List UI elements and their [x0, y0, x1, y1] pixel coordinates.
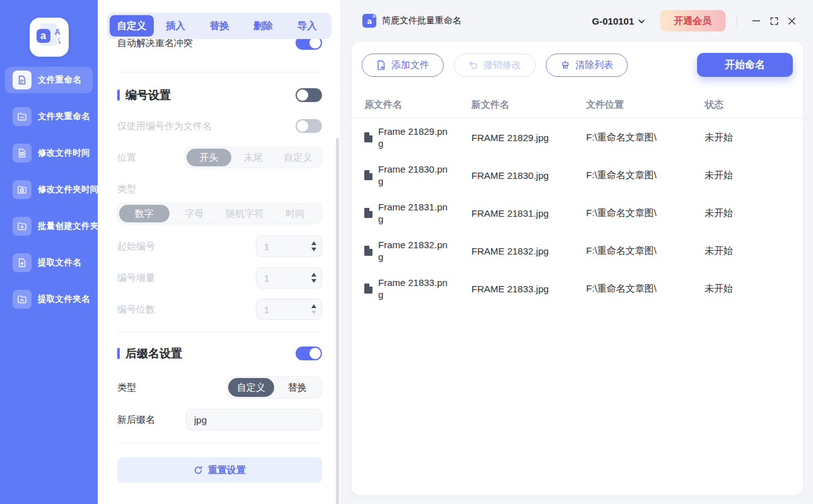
stepper-down-icon[interactable]	[311, 248, 316, 251]
main-area: aA 简鹿文件批量重命名 G-010101 开通会员	[340, 0, 813, 504]
reset-settings-button[interactable]: 重置设置	[117, 457, 322, 483]
sidebar-item-extract-file[interactable]: 提取文件名	[5, 249, 93, 276]
table-body: Frame 21829.pngFRAME 21829.jpgF:\重命名文章图\…	[352, 118, 803, 307]
file-list-card: 添加文件 撤销修改 清除列表 开始命名 原文件名新文件名文件位置状态 Frame…	[352, 42, 803, 495]
tab-custom[interactable]: 自定义	[110, 15, 154, 37]
logo-arrow-icon: ⤵	[55, 36, 62, 45]
status-label: 未开始	[705, 207, 803, 219]
settings-scrollbar[interactable]	[336, 138, 339, 504]
status-label: 未开始	[705, 169, 803, 181]
stepper-down-icon[interactable]	[311, 279, 316, 283]
new-filename: FRAME 21829.jpg	[471, 132, 586, 143]
tab-insert[interactable]: 插入	[154, 15, 198, 37]
undo-label: 撤销修改	[483, 59, 521, 71]
doc-file-icon	[364, 170, 372, 180]
vip-upgrade-button[interactable]: 开通会员	[660, 10, 725, 32]
stepper-up-icon[interactable]	[311, 241, 316, 245]
suffix-type-option[interactable]: 自定义	[228, 378, 274, 397]
table-row[interactable]: Frame 21830.pngFRAME 21830.jpgF:\重命名文章图\…	[352, 156, 803, 194]
position-option[interactable]: 开头	[187, 149, 231, 166]
sidebar-item-label: 文件夹重命名	[38, 111, 90, 122]
suffix-toggle[interactable]	[296, 346, 322, 360]
maximize-button[interactable]	[765, 12, 783, 30]
sidebar-item-label: 提取文件名	[38, 257, 81, 268]
tab-import[interactable]: 导入	[285, 15, 329, 37]
doc-file-icon	[364, 246, 372, 256]
version-dropdown[interactable]: G-010101	[592, 16, 645, 26]
column-header: 文件位置	[586, 99, 705, 111]
sidebar-item-file-time[interactable]: 修改文件时间	[5, 140, 93, 166]
number-stepper	[256, 299, 322, 320]
divider	[117, 72, 322, 72]
numbering-section-title: 编号设置	[125, 88, 296, 103]
sidebar-item-extract-folder[interactable]: 提取文件夹名	[5, 286, 93, 312]
stepper-input[interactable]	[264, 241, 311, 252]
sidebar-item-create-folders[interactable]: 批量创建文件夹	[5, 213, 93, 239]
status-label: 未开始	[705, 245, 803, 257]
undo-icon	[468, 60, 478, 70]
numbering-fields: 起始编号编号增量编号位数	[117, 236, 322, 320]
number-stepper	[256, 267, 322, 289]
position-option[interactable]: 自定义	[275, 149, 320, 166]
add-files-button[interactable]: 添加文件	[362, 54, 444, 77]
sidebar-item-label: 文件重命名	[38, 74, 81, 86]
close-button[interactable]	[783, 12, 800, 30]
clear-list-button[interactable]: 清除列表	[546, 54, 628, 77]
divider	[117, 331, 322, 332]
original-filename: Frame 21833.png	[378, 277, 449, 301]
file-rename-icon	[13, 71, 32, 89]
start-rename-button[interactable]: 开始命名	[697, 53, 793, 77]
settings-panel: 自定义插入替换删除导入 自动解决重名冲突 编号设置 仅使用编号作为文件名 位置 …	[98, 0, 340, 504]
app-titlebar-icon: aA	[362, 14, 376, 28]
number-type-option[interactable]: 数字	[119, 205, 170, 222]
sidebar-item-folder-time[interactable]: 修改文件夹时间	[5, 176, 93, 203]
app-title: 简鹿文件批量重命名	[382, 15, 461, 26]
new-filename: FRAME 21831.jpg	[471, 208, 586, 219]
position-option[interactable]: 末尾	[231, 149, 276, 166]
new-filename: FRAME 21833.jpg	[471, 284, 586, 294]
file-location: F:\重命名文章图\	[586, 245, 705, 257]
sidebar-item-folder-rename[interactable]: 文件夹重命名	[5, 103, 93, 130]
number-stepper	[256, 236, 322, 257]
undo-button[interactable]: 撤销修改	[454, 54, 536, 77]
file-location: F:\重命名文章图\	[586, 207, 705, 219]
table-row[interactable]: Frame 21829.pngFRAME 21829.jpgF:\重命名文章图\…	[352, 118, 803, 156]
new-suffix-input[interactable]	[186, 409, 322, 430]
maximize-icon	[770, 16, 779, 26]
number-type-option[interactable]: 时间	[270, 205, 320, 222]
only-number-toggle[interactable]	[296, 119, 322, 133]
suffix-type-row: 类型 自定义替换	[117, 376, 322, 399]
logo-A-icon: A	[55, 28, 61, 37]
minimize-icon	[751, 16, 761, 26]
stepper-up-icon[interactable]	[311, 273, 316, 277]
table-row[interactable]: Frame 21831.pngFRAME 21831.jpgF:\重命名文章图\…	[352, 194, 803, 232]
stepper-up-icon[interactable]	[311, 304, 316, 308]
refresh-icon	[193, 466, 203, 475]
titlebar: aA 简鹿文件批量重命名 G-010101 开通会员	[340, 0, 813, 42]
sidebar-item-file-rename[interactable]: 文件重命名	[5, 67, 93, 93]
sidebar-item-label: 提取文件夹名	[38, 294, 90, 305]
table-row[interactable]: Frame 21832.pngFRAME 21832.jpgF:\重命名文章图\…	[352, 232, 803, 270]
titlebar-separator	[737, 15, 737, 26]
table-row[interactable]: Frame 21833.pngFRAME 21833.jpgF:\重命名文章图\…	[352, 270, 803, 307]
number-type-option[interactable]: 字母	[170, 205, 220, 222]
status-label: 未开始	[705, 283, 803, 295]
close-icon	[787, 16, 797, 26]
numbering-field-row: 编号位数	[117, 299, 322, 320]
auto-resolve-conflict-toggle[interactable]	[296, 39, 322, 50]
tab-delete[interactable]: 删除	[241, 15, 285, 37]
file-location: F:\重命名文章图\	[586, 169, 705, 181]
tab-replace[interactable]: 替换	[197, 15, 241, 37]
suffix-type-option[interactable]: 替换	[274, 378, 320, 397]
minimize-button[interactable]	[747, 12, 765, 30]
original-filename: Frame 21832.png	[378, 239, 449, 263]
stepper-input[interactable]	[264, 304, 311, 315]
sidebar: a A ⤵ 文件重命名文件夹重命名修改文件时间修改文件夹时间批量创建文件夹提取文…	[0, 0, 98, 504]
number-type-label: 类型	[117, 183, 322, 195]
column-header: 原文件名	[364, 99, 471, 111]
number-type-option[interactable]: 随机字符	[219, 205, 270, 222]
stepper-down-icon[interactable]	[311, 311, 316, 314]
stepper-input[interactable]	[264, 273, 311, 284]
file-location: F:\重命名文章图\	[586, 132, 705, 144]
numbering-toggle[interactable]	[296, 88, 322, 102]
